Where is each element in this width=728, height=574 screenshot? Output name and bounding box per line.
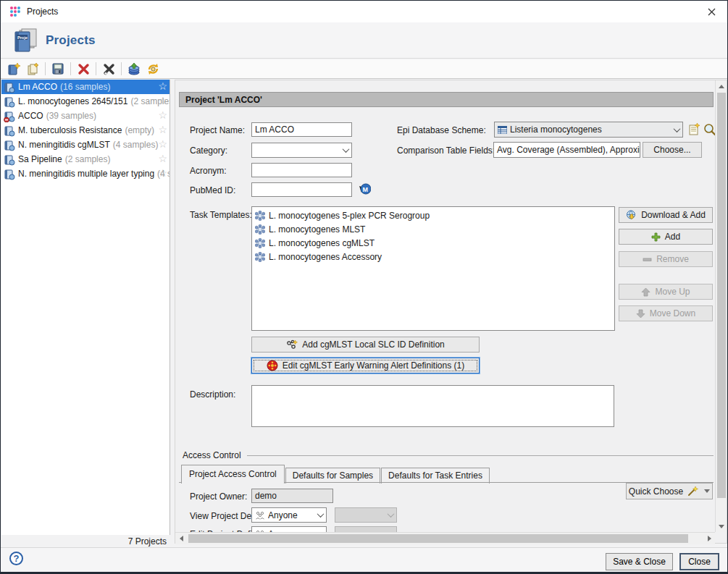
project-list-item[interactable]: Lm ACCO (16 samples) ☆ xyxy=(1,80,170,94)
pubmed-input[interactable] xyxy=(251,182,352,197)
save-button[interactable] xyxy=(49,60,67,77)
horizontal-scroll-thumb[interactable] xyxy=(188,534,688,543)
acronym-input[interactable] xyxy=(251,163,352,177)
change-key-button[interactable] xyxy=(144,60,162,77)
pubmed-icon[interactable]: M xyxy=(358,183,371,195)
scroll-left-arrow[interactable] xyxy=(175,533,187,544)
favorite-star-icon[interactable]: ☆ xyxy=(158,80,167,92)
edit-alert-definitions-button[interactable]: Edit cgMLST Early Warning Alert Definiti… xyxy=(251,358,480,373)
task-template-item[interactable]: L. monocytogenes Accessory xyxy=(252,250,614,263)
remove-cross-button[interactable] xyxy=(100,60,117,77)
description-textarea[interactable] xyxy=(251,385,614,427)
project-list-item[interactable]: N. meningitidis cgMLST (4 samples) ☆ xyxy=(1,138,170,152)
project-name-input[interactable]: Lm ACCO xyxy=(251,122,352,137)
add-slc-label: Add cgMLST Local SLC ID Definition xyxy=(302,339,445,350)
close-icon xyxy=(708,8,716,16)
task-template-icon xyxy=(255,211,265,221)
upload-database-button[interactable] xyxy=(125,60,143,77)
new-project-button[interactable] xyxy=(5,60,22,77)
description-label: Description: xyxy=(190,389,235,400)
category-dropdown[interactable] xyxy=(251,143,352,158)
add-template-button[interactable]: Add xyxy=(619,229,713,245)
project-icon xyxy=(4,169,15,180)
view-definition-secondary-dropdown[interactable] xyxy=(335,507,397,523)
pubmed-label: PubMed ID: xyxy=(190,185,235,195)
project-detail-panel: Project 'Lm ACCO' Project Name: Lm ACCO … xyxy=(175,80,727,544)
project-list-item[interactable]: Sa Pipeline (2 samples) ☆ xyxy=(1,152,170,166)
task-template-item[interactable]: L. monocytogenes MLST xyxy=(252,222,614,236)
toolbar-separator xyxy=(121,62,122,75)
move-up-button[interactable]: Move Up xyxy=(619,284,713,300)
save-close-button[interactable]: Save & Close xyxy=(606,553,673,570)
task-template-name: L. monocytogenes 5-plex PCR Serogroup xyxy=(269,211,430,221)
quick-choose-button[interactable]: Quick Choose xyxy=(626,483,713,499)
move-down-button[interactable]: Move Down xyxy=(619,305,713,321)
download-add-button[interactable]: Download & Add xyxy=(619,207,713,223)
page-title: Projects xyxy=(46,33,96,48)
arrow-down-icon xyxy=(636,309,645,318)
epi-scheme-label: Epi Database Scheme: xyxy=(397,125,486,135)
help-icon[interactable]: ? xyxy=(9,552,23,565)
view-definition-dropdown[interactable]: Anyone xyxy=(251,507,327,523)
quick-choose-label: Quick Choose xyxy=(629,486,683,497)
project-list-item[interactable]: L. monocytogenes 2645/151 (2 samples) ☆ xyxy=(1,94,170,109)
new-project-icon xyxy=(7,62,21,76)
scroll-right-arrow[interactable] xyxy=(703,533,715,544)
project-count: (16 samples) xyxy=(60,82,110,92)
scroll-down-arrow[interactable] xyxy=(716,520,727,532)
vertical-scroll-thumb[interactable] xyxy=(717,93,726,498)
app-logo-icon xyxy=(9,6,21,17)
database-upload-icon xyxy=(127,62,141,76)
task-template-icon xyxy=(255,252,265,262)
scroll-up-arrow[interactable] xyxy=(716,80,727,92)
save-close-label: Save & Close xyxy=(613,557,666,567)
remove-template-button[interactable]: Remove xyxy=(619,251,713,267)
group-divider xyxy=(247,455,714,456)
epi-scheme-dropdown[interactable]: Listeria monocytogenes xyxy=(494,122,683,138)
toolbar-separator xyxy=(96,62,96,75)
favorite-star-icon[interactable]: ☆ xyxy=(158,124,167,135)
favorite-star-icon[interactable]: ☆ xyxy=(158,138,167,150)
scheme-table-icon xyxy=(498,126,507,134)
project-icon xyxy=(4,125,15,137)
save-icon xyxy=(51,62,64,75)
project-owner-label: Project Owner: xyxy=(190,491,247,502)
projects-window: Projects Proje Projects xyxy=(0,0,728,574)
project-name: Lm ACCO xyxy=(18,82,57,92)
move-up-label: Move Up xyxy=(655,287,690,297)
new-scheme-icon[interactable] xyxy=(687,122,700,136)
toolbar-separator xyxy=(70,62,71,75)
close-button[interactable]: Close xyxy=(679,553,719,570)
acronym-label: Acronym: xyxy=(190,166,227,176)
project-list-item[interactable]: ACCO (39 samples) ☆ xyxy=(1,109,170,123)
project-count: (2 samples) xyxy=(65,154,111,164)
cluster-icon xyxy=(286,339,298,350)
project-icon xyxy=(4,82,15,93)
task-templates-list[interactable]: L. monocytogenes 5-plex PCR Serogroup L.… xyxy=(251,206,615,331)
favorite-star-icon[interactable]: ☆ xyxy=(158,109,167,121)
favorite-star-icon[interactable]: ☆ xyxy=(158,153,167,164)
tab-project-access-control[interactable]: Project Access Control xyxy=(181,465,285,484)
window-close-button[interactable] xyxy=(695,1,727,22)
vertical-scrollbar[interactable] xyxy=(715,80,727,532)
project-icon xyxy=(4,96,15,108)
project-name: N. meningitidis cgMLST xyxy=(18,140,110,150)
choose-fields-button[interactable]: Choose... xyxy=(643,142,702,158)
move-down-label: Move Down xyxy=(650,308,695,318)
duplicate-project-button[interactable] xyxy=(24,60,41,77)
project-list-item[interactable]: N. meningitidis multiple layer typing (4… xyxy=(1,166,170,181)
horizontal-scrollbar[interactable] xyxy=(175,532,715,544)
task-template-name: L. monocytogenes cgMLST xyxy=(269,238,375,248)
task-templates-label: Task Templates: xyxy=(190,210,252,220)
access-control-group: Access Control xyxy=(183,450,714,460)
download-add-label: Download & Add xyxy=(641,210,706,220)
task-template-item[interactable]: L. monocytogenes 5-plex PCR Serogroup xyxy=(252,208,614,222)
favorite-star-icon[interactable]: ☆ xyxy=(158,167,167,179)
task-template-item[interactable]: L. monocytogenes cgMLST xyxy=(252,236,614,250)
favorite-star-icon[interactable]: ☆ xyxy=(158,95,167,106)
project-count-footer: 7 Projects xyxy=(1,536,167,546)
project-list-item[interactable]: M. tuberculosis Resistance (empty) ☆ xyxy=(1,123,170,138)
delete-project-button[interactable] xyxy=(75,60,92,77)
add-slc-definition-button[interactable]: Add cgMLST Local SLC ID Definition xyxy=(251,337,480,353)
svg-text:M: M xyxy=(363,186,369,193)
